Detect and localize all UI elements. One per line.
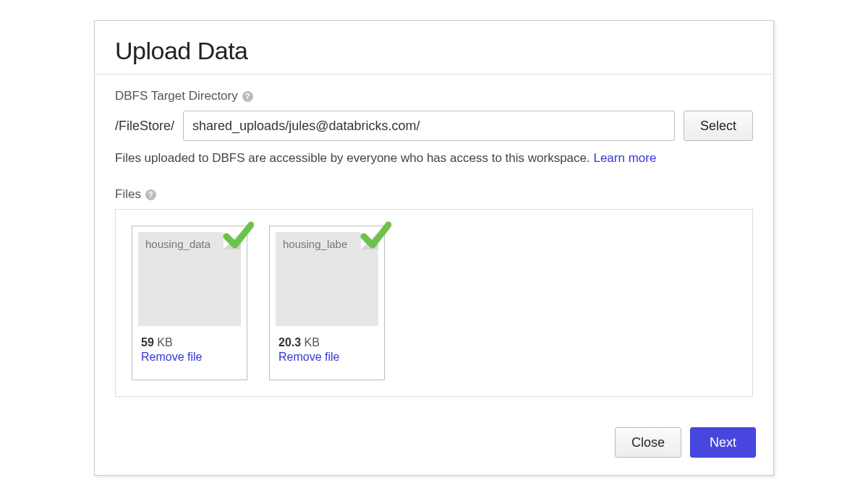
file-card: housing_data 59 KB Remove file [132,226,247,380]
modal-title: Upload Data [115,37,753,65]
file-card: housing_labe 20.3 KB Remove file [269,226,385,380]
upload-data-modal: Upload Data DBFS Target Directory ? /Fil… [94,20,774,476]
modal-body: DBFS Target Directory ? /FileStore/ Sele… [95,74,773,414]
target-directory-label-text: DBFS Target Directory [115,89,238,103]
select-button[interactable]: Select [684,111,753,141]
file-name: housing_data [145,238,234,250]
path-prefix: /FileStore/ [115,119,174,134]
remove-file-link[interactable]: Remove file [276,351,378,364]
file-size: 59 KB [138,336,241,349]
file-size-unit: KB [154,336,173,348]
help-text-content: Files uploaded to DBFS are accessible by… [115,151,593,165]
help-text: Files uploaded to DBFS are accessible by… [115,151,753,166]
files-dropzone[interactable]: housing_data 59 KB Remove file housing_l… [115,209,753,397]
files-label-text: Files [115,187,141,202]
files-label: Files ? [115,187,753,202]
modal-header: Upload Data [95,21,773,74]
file-size-value: 20.3 [278,336,301,348]
path-row: /FileStore/ Select [115,111,753,141]
help-icon[interactable]: ? [145,189,156,200]
check-icon [359,219,391,251]
help-icon[interactable]: ? [242,91,253,102]
close-button[interactable]: Close [615,427,681,458]
learn-more-link[interactable]: Learn more [593,151,656,165]
remove-file-link[interactable]: Remove file [138,351,241,364]
check-icon [222,219,254,251]
file-size-unit: KB [301,336,320,348]
file-name: housing_labe [283,238,371,250]
file-size-value: 59 [141,336,154,348]
target-directory-label: DBFS Target Directory ? [115,89,753,103]
path-input[interactable] [183,111,675,141]
next-button[interactable]: Next [690,427,756,458]
modal-footer: Close Next [95,414,773,475]
file-size: 20.3 KB [276,336,378,349]
